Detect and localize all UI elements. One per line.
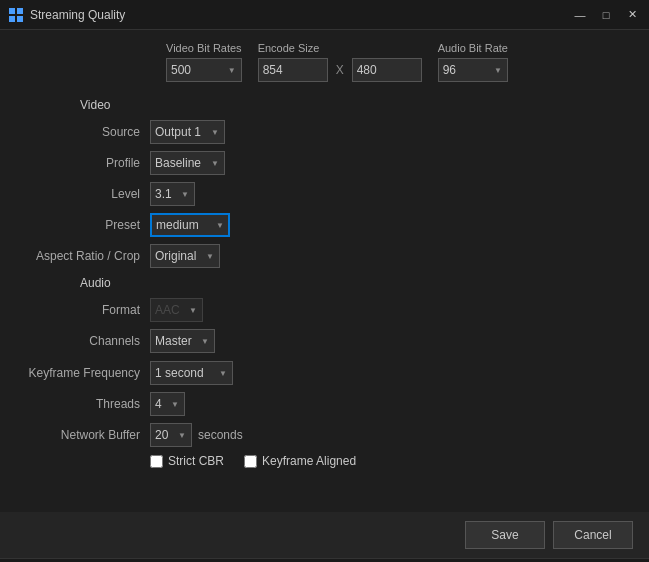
network-buffer-select[interactable]: 1015203060 [150,423,192,447]
level-label: Level [20,187,150,201]
source-select-wrapper: Output 1Output 2Output 3 [150,120,225,144]
level-select[interactable]: 3.03.13.24.04.14.2 [150,182,195,206]
channels-label: Channels [20,334,150,348]
aspect-select-wrapper: Original4:316:9Custom [150,244,220,268]
threads-select-wrapper: 123468 [150,392,185,416]
maximize-button[interactable]: □ [597,6,615,24]
format-row: Format AAC [20,298,629,322]
level-row: Level 3.03.13.24.04.14.2 [20,182,629,206]
checkboxes-row: Strict CBR Keyframe Aligned [20,454,629,468]
audio-bit-rate-label: Audio Bit Rate [438,42,508,54]
save-button[interactable]: Save [465,521,545,549]
seconds-label: seconds [198,428,243,442]
format-label: Format [20,303,150,317]
network-buffer-label: Network Buffer [20,428,150,442]
svg-rect-2 [9,16,15,22]
threads-label: Threads [20,397,150,411]
encode-size-row: 854 X 480 [258,58,422,82]
aspect-select[interactable]: Original4:316:9Custom [150,244,220,268]
keyframe-select[interactable]: 1 second2 seconds3 seconds4 seconds5 sec… [150,361,233,385]
profile-row: Profile BaselineMainHigh [20,151,629,175]
threads-select[interactable]: 123468 [150,392,185,416]
keyframe-aligned-item: Keyframe Aligned [244,454,356,468]
video-bit-rates-group: Video Bit Rates 500100015002000300040005… [166,42,242,82]
preset-select-wrapper: ultrafastsuperfastveryfastfasterfastmedi… [150,213,230,237]
profile-select-wrapper: BaselineMainHigh [150,151,225,175]
channels-select-wrapper: MasterStereoMono [150,329,215,353]
format-select-wrapper: AAC [150,298,203,322]
audio-bit-rate-select[interactable]: 96128192256320 [438,58,508,82]
encode-size-group: Encode Size 854 X 480 [258,42,422,82]
profile-select[interactable]: BaselineMainHigh [150,151,225,175]
audio-bit-rate-select-wrapper: 96128192256320 [438,58,508,82]
video-bit-rate-select-wrapper: 500100015002000300040005000 [166,58,242,82]
x-separator: X [336,63,344,77]
window-title: Streaming Quality [30,8,571,22]
encode-size-label: Encode Size [258,42,422,54]
source-select[interactable]: Output 1Output 2Output 3 [150,120,225,144]
keyframe-select-wrapper: 1 second2 seconds3 seconds4 seconds5 sec… [150,361,233,385]
format-select: AAC [150,298,203,322]
encode-height-input[interactable]: 480 [352,58,422,82]
audio-bit-rate-group: Audio Bit Rate 96128192256320 [438,42,508,82]
svg-rect-1 [17,8,23,14]
audio-section-label: Audio [20,276,629,290]
minimize-button[interactable]: — [571,6,589,24]
top-controls-row: Video Bit Rates 500100015002000300040005… [20,42,629,82]
footer-bar: Application FFMPEGx264 Use Hardware Enco… [0,558,649,562]
video-section-label: Video [20,98,629,112]
keyframe-row: Keyframe Frequency 1 second2 seconds3 se… [20,361,629,385]
video-bit-rate-select[interactable]: 500100015002000300040005000 [166,58,242,82]
network-buffer-row: Network Buffer 1015203060 seconds [20,423,629,447]
threads-row: Threads 123468 [20,392,629,416]
source-label: Source [20,125,150,139]
main-content: Video Bit Rates 500100015002000300040005… [0,30,649,512]
channels-row: Channels MasterStereoMono [20,329,629,353]
preset-select[interactable]: ultrafastsuperfastveryfastfasterfastmedi… [150,213,230,237]
button-bar: Save Cancel [0,512,649,558]
preset-row: Preset ultrafastsuperfastveryfastfasterf… [20,213,629,237]
channels-select[interactable]: MasterStereoMono [150,329,215,353]
level-select-wrapper: 3.03.13.24.04.14.2 [150,182,195,206]
keyframe-label: Keyframe Frequency [20,366,150,380]
video-bit-rates-label: Video Bit Rates [166,42,242,54]
profile-label: Profile [20,156,150,170]
network-buffer-select-wrapper: 1015203060 [150,423,192,447]
svg-rect-3 [17,16,23,22]
keyframe-aligned-label[interactable]: Keyframe Aligned [262,454,356,468]
titlebar: Streaming Quality — □ ✕ [0,0,649,30]
cancel-button[interactable]: Cancel [553,521,633,549]
window-controls: — □ ✕ [571,6,641,24]
source-row: Source Output 1Output 2Output 3 [20,120,629,144]
aspect-label: Aspect Ratio / Crop [20,249,150,263]
aspect-row: Aspect Ratio / Crop Original4:316:9Custo… [20,244,629,268]
svg-rect-0 [9,8,15,14]
close-button[interactable]: ✕ [623,6,641,24]
strict-cbr-item: Strict CBR [150,454,224,468]
preset-label: Preset [20,218,150,232]
strict-cbr-label[interactable]: Strict CBR [168,454,224,468]
encode-width-input[interactable]: 854 [258,58,328,82]
app-icon [8,7,24,23]
strict-cbr-checkbox[interactable] [150,455,163,468]
keyframe-aligned-checkbox[interactable] [244,455,257,468]
